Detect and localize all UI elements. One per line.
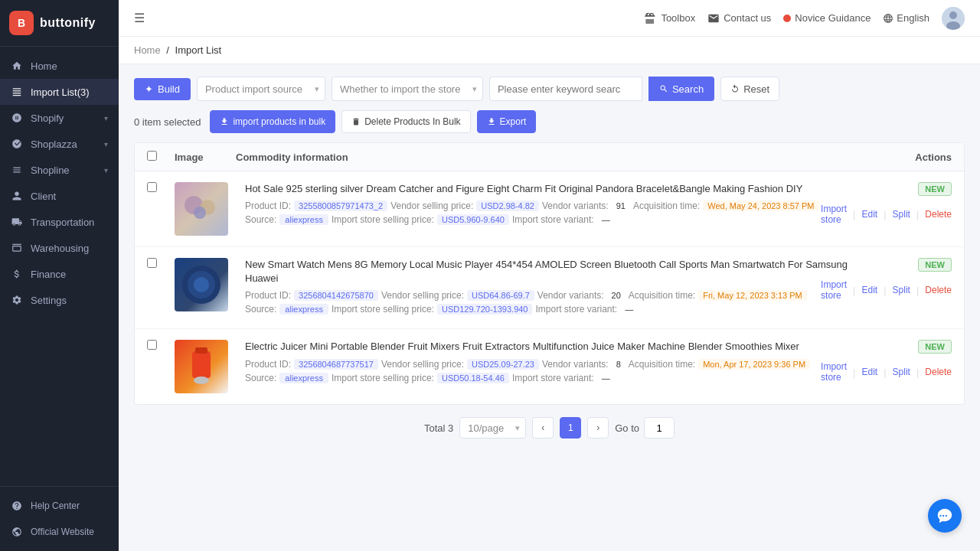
split-link-3[interactable]: Split [893, 367, 910, 377]
product-source-2: Source: aliexpress Import store selling … [245, 304, 866, 315]
edit-link-2[interactable]: Edit [862, 285, 878, 295]
select-all-checkbox[interactable] [147, 151, 157, 161]
sidebar-item-finance[interactable]: Finance [0, 261, 119, 287]
split-link-2[interactable]: Split [893, 285, 910, 295]
svg-rect-14 [195, 347, 207, 354]
action-links-2: Import store | Edit | Split | Delete [821, 279, 952, 301]
export-icon [487, 117, 496, 126]
split-link-1[interactable]: Split [893, 209, 910, 220]
export-label: Export [500, 116, 527, 127]
goto-input[interactable] [644, 417, 675, 439]
breadcrumb-separator: / [166, 44, 172, 56]
topbar-right: Toolbox Contact us Novice Guidance Engli… [645, 7, 965, 30]
badge-area-1: NEW [918, 182, 952, 196]
sidebar-item-official-website[interactable]: Official Website [0, 519, 119, 545]
sidebar-item-import-list[interactable]: Import List(3) [0, 79, 119, 105]
source-filter-wrap: Product import source [197, 77, 325, 101]
import-store-link-3[interactable]: Import store [821, 361, 847, 383]
shopify-icon [11, 112, 23, 124]
status-badge-1: NEW [918, 182, 952, 196]
sidebar-item-home-label: Home [31, 60, 108, 72]
edit-link-1[interactable]: Edit [862, 209, 878, 220]
sidebar-item-client[interactable]: Client [0, 183, 119, 209]
header-checkbox-cell [147, 151, 175, 163]
shopline-icon [11, 164, 23, 176]
download-icon [220, 117, 229, 126]
contact-label: Contact us [724, 12, 771, 24]
sidebar-item-shoplazza[interactable]: Shoplazza ▾ [0, 131, 119, 157]
svg-rect-2 [13, 93, 21, 93]
lang-label: English [897, 12, 929, 24]
toolbox-button[interactable]: Toolbox [645, 12, 695, 24]
search-button[interactable]: Search [648, 77, 714, 101]
per-page-select[interactable]: 10/page [459, 417, 526, 439]
box-icon [11, 242, 23, 254]
row-checkbox-1[interactable] [147, 182, 157, 192]
search-icon [659, 84, 668, 93]
row-checkbox-3[interactable] [147, 340, 157, 350]
row-checkbox-cell-2 [147, 258, 175, 270]
per-page-wrap: 10/page [459, 417, 526, 439]
main-area: ☰ Toolbox Contact us Novice Guidance Eng… [119, 0, 980, 551]
sidebar-item-settings[interactable]: Settings [0, 287, 119, 313]
row-checkbox-2[interactable] [147, 258, 157, 268]
logo-icon: B [9, 11, 34, 35]
table-header: Image Commodity information Actions [135, 143, 964, 171]
search-input[interactable] [489, 77, 642, 101]
delete-link-2[interactable]: Delete [925, 285, 952, 295]
reset-label: Reset [743, 83, 769, 95]
breadcrumb-home[interactable]: Home [134, 44, 161, 56]
delete-link-1[interactable]: Delete [925, 209, 952, 220]
chevron-down-icon-3: ▾ [104, 166, 108, 174]
hamburger-icon[interactable]: ☰ [134, 11, 145, 25]
novice-label: Novice Guidance [795, 12, 871, 24]
sidebar-item-help-center[interactable]: Help Center [0, 493, 119, 519]
shoplazza-icon [11, 138, 23, 150]
selected-count: 0 item selected [134, 116, 201, 128]
language-selector[interactable]: English [883, 12, 929, 24]
product-image-2 [175, 258, 236, 311]
source-filter-select[interactable]: Product import source [197, 77, 325, 101]
sidebar-item-shopify[interactable]: Shopify ▾ [0, 105, 119, 131]
page-1-button[interactable]: 1 [560, 417, 581, 439]
product-meta-3: Product ID: 3256804687737517 Vendor sell… [245, 359, 866, 370]
badge-area-3: NEW [918, 340, 952, 354]
goto-label: Go to [615, 422, 639, 434]
chat-fab-button[interactable] [928, 499, 962, 533]
delete-icon [351, 117, 361, 126]
svg-point-5 [949, 11, 957, 19]
next-page-button[interactable]: › [587, 417, 609, 439]
total-count: Total 3 [424, 422, 453, 434]
help-icon [11, 500, 23, 512]
edit-link-3[interactable]: Edit [862, 367, 878, 377]
prev-page-button[interactable]: ‹ [532, 417, 554, 439]
svg-rect-0 [13, 88, 21, 89]
svg-rect-13 [192, 351, 211, 378]
novice-guidance-button[interactable]: Novice Guidance [783, 12, 871, 24]
home-icon [11, 60, 23, 72]
sidebar-item-shopline[interactable]: Shopline ▾ [0, 157, 119, 183]
delete-bulk-button[interactable]: Delete Products In Bulk [341, 110, 470, 133]
sidebar-bottom: Help Center Official Website [0, 486, 119, 551]
person-icon [11, 190, 23, 202]
reset-button[interactable]: Reset [720, 77, 779, 101]
user-avatar[interactable] [942, 7, 965, 30]
export-button[interactable]: Export [477, 110, 537, 133]
product-source-1: Source: aliexpress Import store selling … [245, 214, 866, 225]
sidebar-item-warehousing[interactable]: Warehousing [0, 235, 119, 261]
sidebar-item-settings-label: Settings [31, 295, 108, 306]
topbar-left: ☰ [134, 11, 151, 25]
sidebar-item-transportation[interactable]: Transportation [0, 209, 119, 235]
import-store-link-1[interactable]: Import store [821, 204, 847, 225]
product-actions-2: NEW Import store | Edit | Split | Delete [875, 258, 952, 301]
logo-text: buttonify [40, 16, 96, 30]
header-commodity-info: Commodity information [236, 152, 875, 163]
contact-us-button[interactable]: Contact us [707, 12, 771, 24]
import-store-link-2[interactable]: Import store [821, 279, 847, 301]
import-store-filter-select[interactable]: Whether to import the store [332, 77, 483, 101]
import-bulk-button[interactable]: import products in bulk [210, 110, 335, 133]
delete-link-3[interactable]: Delete [925, 367, 952, 377]
build-button[interactable]: ✦ Build [134, 78, 191, 100]
sidebar-item-home[interactable]: Home [0, 53, 119, 79]
svg-point-12 [194, 277, 209, 292]
